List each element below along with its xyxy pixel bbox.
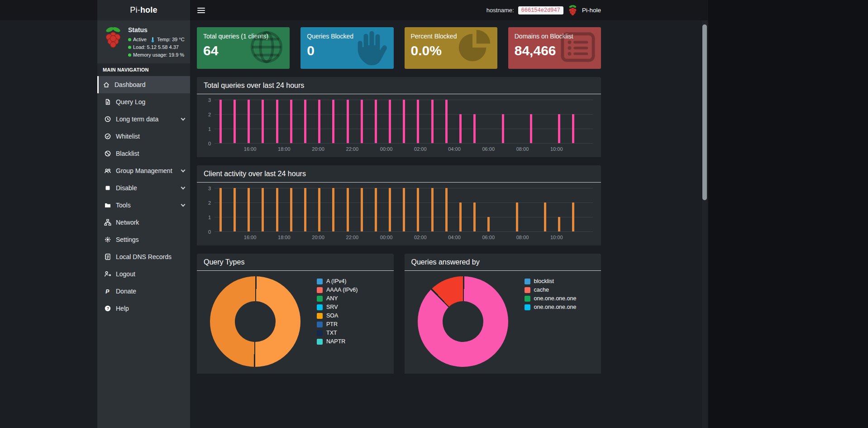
chart-bar[interactable] <box>558 217 560 231</box>
chart-bar[interactable] <box>389 188 391 231</box>
sidebar-item-settings[interactable]: Settings <box>97 231 190 248</box>
legend-item[interactable]: SRV <box>317 304 358 310</box>
legend-item[interactable]: TXT <box>317 330 358 336</box>
legend-swatch <box>525 296 530 302</box>
chart-bar[interactable] <box>234 100 236 143</box>
sidebar-item-query-log[interactable]: Query Log <box>97 93 190 111</box>
chart-bar[interactable] <box>487 217 490 231</box>
chart-bar[interactable] <box>431 100 434 143</box>
legend-swatch <box>525 304 530 310</box>
sidebar-item-tools[interactable]: Tools <box>97 197 190 214</box>
chart-bar[interactable] <box>332 188 334 231</box>
chart-bar[interactable] <box>304 100 306 143</box>
bar-chart: 0123 16:0018:0020:0022:0000:0002:0004:00… <box>204 100 593 154</box>
chart-bar[interactable] <box>276 100 278 143</box>
chart-bar[interactable] <box>219 100 222 143</box>
brand-logo-link[interactable]: Pi-hole <box>97 0 190 20</box>
chart-bar[interactable] <box>389 100 391 143</box>
chart-plot-area[interactable]: 0123 <box>215 188 593 232</box>
status-memory-text: Memory usage: 19.9 % <box>133 52 184 58</box>
chart-bar[interactable] <box>361 188 363 231</box>
chart-bar[interactable] <box>544 202 546 231</box>
chart-x-axis: 16:0018:0020:0022:0000:0002:0004:0006:00… <box>215 144 593 154</box>
x-tick-label: 20:00 <box>312 146 324 152</box>
legend-swatch <box>317 322 323 327</box>
chart-bar[interactable] <box>262 188 264 231</box>
chart-bar[interactable] <box>417 100 419 143</box>
chart-plot-area[interactable]: 0123 <box>215 100 593 144</box>
query-types-donut-chart[interactable] <box>210 276 300 367</box>
chart-bar[interactable] <box>248 100 250 143</box>
window-scrollbar-thumb[interactable] <box>702 24 707 200</box>
chart-bar[interactable] <box>276 188 278 231</box>
sidebar-item-whitelist[interactable]: Whitelist <box>97 128 190 145</box>
chart-bar[interactable] <box>290 100 292 143</box>
sidebar-item-dashboard[interactable]: Dashboard <box>97 76 190 93</box>
chart-bar[interactable] <box>375 188 377 231</box>
chart-bar[interactable] <box>347 100 349 143</box>
brand-text-prefix: Pi- <box>130 5 140 15</box>
chart-bar[interactable] <box>502 114 504 143</box>
chart-bar[interactable] <box>219 188 222 231</box>
sidebar-item-group-management[interactable]: Group Management <box>97 162 190 179</box>
chart-bar[interactable] <box>445 188 448 231</box>
chart-bar[interactable] <box>403 188 405 231</box>
svg-text:P: P <box>105 289 110 295</box>
sidebar-item-label: Local DNS Records <box>116 253 172 260</box>
legend-item[interactable]: PTR <box>317 321 358 327</box>
chart-bar[interactable] <box>347 188 349 231</box>
sidebar-item-donate[interactable]: PDonate <box>97 283 190 300</box>
legend-item[interactable]: blocklist <box>525 278 577 284</box>
sidebar-item-disable[interactable]: Disable <box>97 179 190 197</box>
sidebar-item-help[interactable]: ?Help <box>97 300 190 317</box>
chart-bar[interactable] <box>572 114 574 143</box>
chart-bar[interactable] <box>473 202 476 231</box>
chart-bar[interactable] <box>459 202 462 231</box>
chart-bar[interactable] <box>234 188 236 231</box>
chart-bar[interactable] <box>431 188 434 231</box>
chart-bar[interactable] <box>445 100 448 143</box>
legend-item[interactable]: one.one.one.one <box>525 295 577 302</box>
chart-bar[interactable] <box>516 202 518 231</box>
window-scrollbar-track[interactable] <box>702 20 707 428</box>
sidebar-item-logout[interactable]: Logout <box>97 265 190 283</box>
check-circle-icon <box>104 133 111 140</box>
legend-item[interactable]: one.one.one.one <box>525 304 577 310</box>
legend-item[interactable]: NAPTR <box>317 338 358 345</box>
chart-bar[interactable] <box>530 114 532 143</box>
sidebar-item-label: Settings <box>116 236 139 243</box>
queries-answered-donut-chart[interactable] <box>418 276 508 367</box>
legend-item[interactable]: cache <box>525 287 577 293</box>
chart-bar[interactable] <box>248 188 250 231</box>
sidebar-toggle-hamburger-icon[interactable] <box>190 0 212 20</box>
sidebar-item-local-dns-records[interactable]: Local DNS Records <box>97 248 190 265</box>
panel-title: Client activity over last 24 hours <box>204 170 594 178</box>
legend-swatch <box>317 330 323 336</box>
sidebar-item-network[interactable]: Network <box>97 214 190 231</box>
chart-bar[interactable] <box>558 114 560 143</box>
logout-icon <box>104 270 111 278</box>
legend-item[interactable]: SOA <box>317 313 358 319</box>
chart-bar[interactable] <box>318 188 320 231</box>
legend-item[interactable]: A (IPv4) <box>317 278 358 284</box>
legend-item[interactable]: ANY <box>317 295 358 302</box>
chart-bar[interactable] <box>318 100 320 143</box>
clock-icon <box>104 115 111 123</box>
chart-bar[interactable] <box>459 114 462 143</box>
chart-bar[interactable] <box>403 100 405 143</box>
chart-bar[interactable] <box>417 188 419 231</box>
chart-bar[interactable] <box>304 188 306 231</box>
chart-bar[interactable] <box>473 114 476 143</box>
chart-bar[interactable] <box>332 100 334 143</box>
chart-bar[interactable] <box>375 100 377 143</box>
chart-x-axis: 16:0018:0020:0022:0000:0002:0004:0006:00… <box>215 232 593 242</box>
x-tick-label: 16:00 <box>244 146 257 152</box>
chart-bar[interactable] <box>290 188 292 231</box>
legend-item[interactable]: AAAA (IPv6) <box>317 287 358 293</box>
chart-bar[interactable] <box>262 100 264 143</box>
chart-bar[interactable] <box>361 100 363 143</box>
sidebar-item-long-term-data[interactable]: Long term data <box>97 111 190 128</box>
chart-bar[interactable] <box>572 202 574 231</box>
sidebar-item-blacklist[interactable]: Blacklist <box>97 145 190 162</box>
sidebar: Status Active Temp: 39 °C Load: 5.12 5.5… <box>97 20 190 428</box>
